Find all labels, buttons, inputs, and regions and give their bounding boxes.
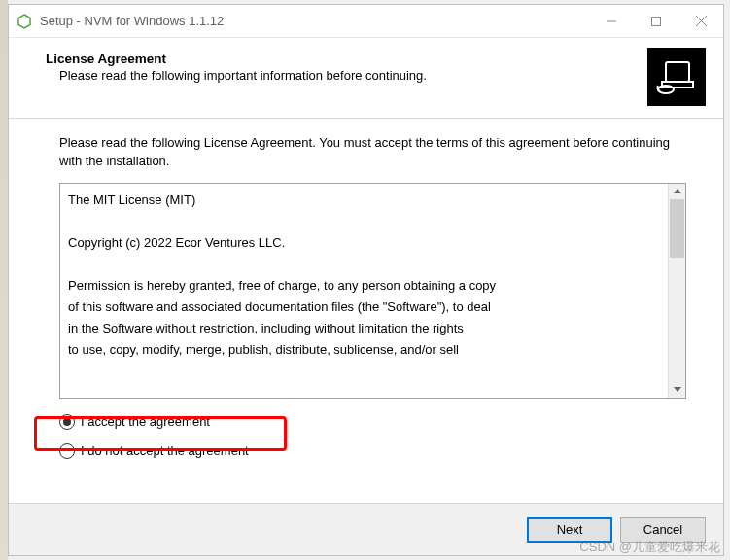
svg-marker-9	[674, 387, 681, 392]
license-content: The MIT License (MIT) Copyright (c) 2022…	[60, 184, 668, 398]
wizard-footer: Next Cancel	[9, 503, 723, 555]
radio-selected-dot	[63, 418, 71, 426]
next-button-label: Next	[557, 522, 583, 537]
maximize-button[interactable]	[634, 5, 678, 37]
minimize-button[interactable]	[589, 5, 634, 37]
installer-window: Setup - NVM for Windows 1.1.12 License A…	[8, 4, 724, 556]
cancel-button-label: Cancel	[643, 522, 682, 537]
wizard-body: Please read the following License Agreem…	[9, 119, 723, 503]
page-title: License Agreement	[46, 52, 647, 66]
license-textbox[interactable]: The MIT License (MIT) Copyright (c) 2022…	[59, 183, 686, 399]
wizard-header: License Agreement Please read the follow…	[9, 38, 723, 119]
scroll-thumb[interactable]	[670, 199, 684, 258]
titlebar: Setup - NVM for Windows 1.1.12	[9, 5, 723, 38]
scroll-down-arrow[interactable]	[669, 382, 685, 398]
radio-icon	[59, 414, 75, 430]
svg-rect-6	[662, 82, 693, 88]
installer-icon	[647, 48, 706, 106]
window-title: Setup - NVM for Windows 1.1.12	[40, 14, 589, 28]
radio-decline-label: I do not accept the agreement	[81, 443, 249, 458]
svg-marker-8	[674, 189, 681, 193]
svg-marker-0	[18, 15, 30, 28]
agreement-radio-group: I accept the agreement I do not accept t…	[59, 410, 686, 469]
svg-rect-5	[666, 62, 689, 82]
radio-icon	[59, 443, 75, 459]
scroll-up-arrow[interactable]	[669, 184, 685, 199]
radio-accept[interactable]: I accept the agreement	[59, 410, 686, 434]
cancel-button[interactable]: Cancel	[620, 517, 706, 542]
page-subtitle: Please read the following important info…	[46, 68, 647, 83]
radio-decline[interactable]: I do not accept the agreement	[59, 439, 686, 463]
instruction-text: Please read the following License Agreem…	[59, 134, 686, 171]
close-button[interactable]	[678, 5, 723, 37]
app-icon	[17, 14, 32, 29]
next-button[interactable]: Next	[527, 517, 612, 542]
svg-rect-2	[652, 17, 661, 25]
background-sliver	[0, 0, 8, 560]
window-controls	[589, 5, 723, 37]
radio-accept-label: I accept the agreement	[81, 414, 210, 429]
scrollbar[interactable]	[668, 184, 685, 398]
